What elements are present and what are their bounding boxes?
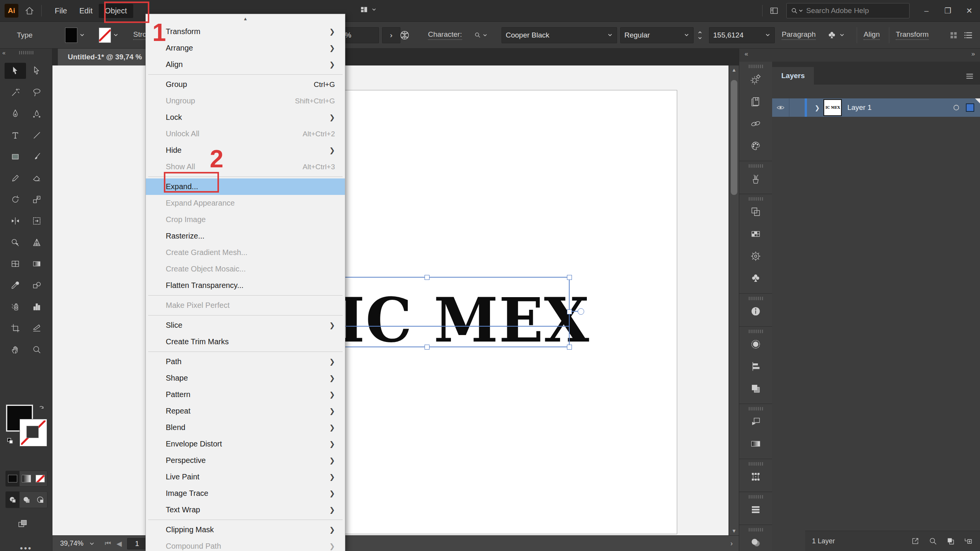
transform-panel-icon[interactable] (739, 466, 772, 488)
transparency-panel-icon[interactable] (739, 531, 772, 551)
gradient-panel-icon[interactable] (739, 433, 772, 455)
panel-group-grip[interactable] (739, 294, 772, 300)
line-segment-tool-icon[interactable] (26, 127, 47, 143)
selection-handle[interactable] (567, 309, 572, 314)
dock-grip[interactable] (0, 49, 52, 54)
document-tab[interactable]: Untitled-1* @ 39,74 % (58, 49, 152, 65)
stroke-label[interactable]: Stroke: (133, 30, 146, 40)
column-graph-tool-icon[interactable] (26, 299, 47, 315)
character-label[interactable]: Character: (428, 30, 462, 40)
layer-thumbnail[interactable]: IC MEX (823, 99, 842, 116)
menu-item-create-gradient-mesh[interactable]: Create Gradient Mesh... (146, 244, 345, 261)
panel-group-grip[interactable] (739, 460, 772, 466)
menu-item-lock[interactable]: Lock❯ (146, 109, 345, 126)
menu-item-shape[interactable]: Shape❯ (146, 370, 345, 386)
panel-group-grip[interactable] (739, 493, 772, 499)
panel-menu-icon[interactable] (965, 72, 974, 81)
panel-group-grip[interactable] (739, 526, 772, 531)
selection-handle[interactable] (567, 345, 572, 350)
pencil-tool-icon[interactable] (5, 170, 26, 186)
expand-panels-icon[interactable]: » (972, 50, 975, 58)
panel-group-grip[interactable] (739, 405, 772, 410)
gradient-tool-icon[interactable] (26, 256, 47, 272)
artboard-number-field[interactable]: 1 (127, 538, 147, 549)
vertical-scrollbar-thumb[interactable] (731, 80, 737, 195)
magic-wand-tool-icon[interactable] (5, 84, 26, 100)
symbol-sprayer-tool-icon[interactable] (5, 299, 26, 315)
menu-item-text-wrap[interactable]: Text Wrap❯ (146, 502, 345, 518)
stepper-down-icon[interactable] (697, 36, 702, 41)
menu-item-arrange[interactable]: Arrange❯ (146, 40, 345, 56)
menubar-item-object[interactable]: Object (99, 4, 133, 18)
menu-item-clipping-mask[interactable]: Clipping Mask❯ (146, 522, 345, 538)
menu-item-flatten-transparency[interactable]: Flatten Transparency... (146, 277, 345, 294)
default-fill-stroke-icon[interactable] (6, 437, 15, 445)
brushes-panel-icon[interactable] (739, 168, 772, 190)
menu-item-unlock-all[interactable]: Unlock AllAlt+Ctrl+2 (146, 126, 345, 142)
fill-color-swatch[interactable] (65, 22, 85, 48)
curvature-tool-icon[interactable] (26, 106, 47, 122)
collapse-dock-icon[interactable]: « (2, 49, 5, 56)
layer-row[interactable]: ❯ IC MEX Layer 1 (772, 98, 980, 117)
vertical-scrollbar[interactable]: ▲ ▼ (729, 65, 739, 535)
swap-fill-stroke-icon[interactable] (38, 405, 46, 413)
pathfinder-panel-icon[interactable] (739, 378, 772, 400)
panel-group-grip[interactable] (739, 195, 772, 201)
eyedropper-tool-icon[interactable] (5, 277, 26, 293)
width-tool-icon[interactable] (5, 213, 26, 229)
new-sublayer-icon[interactable] (964, 536, 973, 546)
draw-normal-mode-icon[interactable] (6, 492, 20, 508)
menu-item-make-pixel-perfect[interactable]: Make Pixel Perfect (146, 297, 345, 314)
stroke-color-control[interactable] (20, 419, 47, 446)
menu-item-slice[interactable]: Slice❯ (146, 317, 345, 334)
selection-tool-icon[interactable] (5, 63, 26, 79)
selection-handle[interactable] (567, 275, 572, 280)
rotate-tool-icon[interactable] (5, 191, 26, 208)
menu-item-pattern[interactable]: Pattern❯ (146, 386, 345, 403)
navigator-panel-icon[interactable] (739, 245, 772, 267)
menu-item-perspective[interactable]: Perspective❯ (146, 452, 345, 469)
first-artboard-button[interactable]: ⏮ (105, 540, 111, 548)
illustrator-logo-icon[interactable]: Ai (5, 4, 18, 18)
panel-group-grip[interactable] (739, 62, 772, 68)
visibility-eye-icon[interactable] (772, 103, 789, 112)
align-panel-icon[interactable] (739, 355, 772, 378)
scale-tool-icon[interactable] (26, 191, 47, 208)
draw-behind-mode-icon[interactable] (20, 492, 33, 508)
close-button[interactable]: ✕ (959, 2, 980, 19)
info-panel-icon[interactable] (739, 300, 772, 322)
menubar-item-edit[interactable]: Edit (73, 4, 98, 18)
none-button[interactable] (33, 471, 47, 486)
collect-for-export-icon[interactable] (911, 536, 920, 546)
options-list-icon[interactable] (963, 30, 973, 40)
help-search-input[interactable]: Search Adobe Help (786, 3, 910, 18)
transform-panel-link[interactable]: Transform (896, 30, 929, 40)
artboards-panel-icon[interactable] (739, 201, 772, 223)
blend-tool-icon[interactable] (26, 277, 47, 293)
font-size-field[interactable]: 155,6124 (709, 27, 775, 43)
panel-group-grip[interactable] (739, 327, 772, 333)
menu-item-repeat[interactable]: Repeat❯ (146, 403, 345, 419)
layer-name[interactable]: Layer 1 (847, 103, 871, 112)
menu-item-live-paint[interactable]: Live Paint❯ (146, 469, 345, 485)
pen-tool-icon[interactable] (5, 106, 26, 122)
paragraph-label[interactable]: Paragraph (782, 30, 816, 40)
locate-object-icon[interactable] (928, 536, 938, 546)
type-tool-icon[interactable] (5, 127, 26, 143)
minimize-button[interactable]: – (916, 2, 937, 19)
menu-item-compound-path[interactable]: Compound Path❯ (146, 538, 345, 551)
symbols-panel-icon[interactable] (739, 267, 772, 289)
opacity-expand-button[interactable]: › (382, 27, 400, 43)
menu-item-transform[interactable]: Transform❯ (146, 23, 345, 40)
menu-item-image-trace[interactable]: Image Trace❯ (146, 485, 345, 502)
restore-button[interactable]: ❐ (937, 2, 959, 19)
swatches-panel-icon[interactable] (739, 223, 772, 245)
menu-item-blend[interactable]: Blend❯ (146, 419, 345, 436)
color-button[interactable] (6, 471, 20, 486)
stroke-none-swatch[interactable] (99, 28, 111, 43)
collapse-panels-icon[interactable]: « (745, 50, 748, 58)
menu-item-expand[interactable]: Expand... (146, 178, 345, 195)
menu-item-group[interactable]: GroupCtrl+G (146, 76, 345, 93)
previous-artboard-button[interactable]: ◀ (116, 540, 122, 548)
lock-toggle-cell[interactable] (789, 98, 805, 117)
